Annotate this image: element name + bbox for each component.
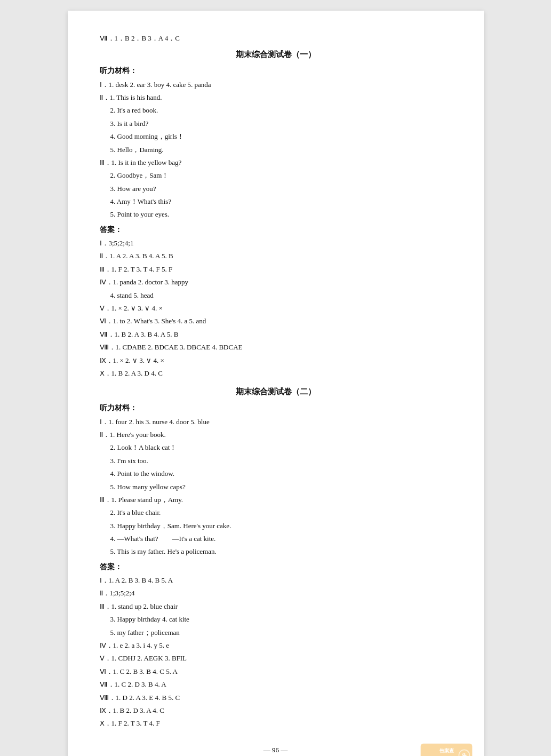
s1-l8: 2. Goodbye，Sam！: [100, 169, 452, 181]
title1: 期末综合测试卷（一）: [100, 47, 452, 62]
a1-5: 4. stand 5. head: [100, 289, 452, 301]
a2-10: Ⅷ．1. D 2. A 3. E 4. B 5. C: [100, 691, 452, 704]
a1-3: Ⅲ．1. F 2. T 3. T 4. F 5. F: [100, 263, 452, 275]
a2-7: Ⅴ．1. CDHJ 2. AEGK 3. BFIL: [100, 652, 452, 664]
a1-2: Ⅱ．1. A 2. A 3. B 4. A 5. B: [100, 250, 452, 262]
s2-l5: 4. Point to the window.: [100, 467, 452, 480]
a2-12: Ⅹ．1. F 2. T 3. T 4. F: [100, 717, 452, 729]
answer-label1: 答案：: [100, 223, 452, 236]
s1-l2: Ⅱ．1. This is his hand.: [100, 91, 452, 104]
a2-4: 3. Happy birthday 4. cat kite: [100, 613, 452, 625]
a2-11: Ⅸ．1. B 2. D 3. A 4. C: [100, 704, 452, 717]
s2-l6: 5. How many yellow caps?: [100, 481, 452, 493]
s1-l6: 5. Hello，Daming.: [100, 144, 452, 156]
title2: 期末综合测试卷（二）: [100, 385, 452, 399]
svg-text:告案查: 告案查: [439, 747, 453, 753]
s1-l11: 5. Point to your eyes.: [100, 208, 452, 220]
s2-l11: 5. This is my father. He's a policeman.: [100, 545, 452, 558]
a2-8: Ⅵ．1. C 2. B 3. B 4. C 5. A: [100, 665, 452, 678]
a1-4: Ⅳ．1. panda 2. doctor 3. happy: [100, 276, 452, 288]
s1-l9: 3. How are you?: [100, 182, 452, 195]
a2-2: Ⅱ．1;3;5;2;4: [100, 587, 452, 599]
listening-label2: 听力材料：: [100, 401, 452, 415]
s1-l1: Ⅰ．1. desk 2. ear 3. boy 4. cake 5. panda: [100, 78, 452, 91]
answer-label2: 答案：: [100, 560, 452, 574]
a2-3: Ⅲ．1. stand up 2. blue chair: [100, 600, 452, 612]
page: Ⅶ．1．B 2．B 3．A 4．C 期末综合测试卷（一） 听力材料： Ⅰ．1. …: [68, 11, 484, 756]
s2-l3: 2. Look！A black cat！: [100, 441, 452, 453]
s2-l9: 3. Happy birthday，Sam. Here's your cake.: [100, 520, 452, 532]
a1-8: Ⅶ．1. B 2. A 3. B 4. A 5. B: [100, 328, 452, 340]
s1-l7: Ⅲ．1. Is it in the yellow bag?: [100, 156, 452, 169]
content-area: Ⅶ．1．B 2．B 3．A 4．C 期末综合测试卷（一） 听力材料： Ⅰ．1. …: [100, 32, 452, 730]
s2-l1: Ⅰ．1. four 2. his 3. nurse 4. door 5. blu…: [100, 416, 452, 428]
a2-5: 5. my father；policeman: [100, 626, 452, 639]
watermark: 告案查 MXQE.COM 告: [420, 742, 473, 756]
a2-6: Ⅳ．1. e 2. a 3. i 4. y 5. e: [100, 639, 452, 651]
a1-9: Ⅷ．1. CDABE 2. BDCAE 3. DBCAE 4. BDCAE: [100, 341, 452, 353]
s1-l10: 4. Amy！What's this?: [100, 195, 452, 208]
a1-10: Ⅸ．1. × 2. ∨ 3. ∨ 4. ×: [100, 354, 452, 367]
a1-7: Ⅵ．1. to 2. What's 3. She's 4. a 5. and: [100, 315, 452, 327]
svg-text:告: 告: [461, 752, 467, 756]
listening-label1: 听力材料：: [100, 64, 452, 77]
a2-1: Ⅰ．1. A 2. B 3. B 4. B 5. A: [100, 574, 452, 586]
page-number: — 96 —: [100, 746, 452, 754]
s1-l4: 3. Is it a bird?: [100, 117, 452, 130]
a1-6: Ⅴ．1. × 2. ∨ 3. ∨ 4. ×: [100, 302, 452, 314]
top-answer-line: Ⅶ．1．B 2．B 3．A 4．C: [100, 32, 452, 44]
s1-l5: 4. Good morning，girls！: [100, 130, 452, 142]
s1-l3: 2. It's a red book.: [100, 104, 452, 116]
s2-l7: Ⅲ．1. Please stand up，Amy.: [100, 494, 452, 506]
a1-1: Ⅰ．3;5;2;4;1: [100, 237, 452, 249]
a2-9: Ⅶ．1. C 2. D 3. B 4. A: [100, 678, 452, 690]
s2-l2: Ⅱ．1. Here's your book.: [100, 428, 452, 441]
a1-11: Ⅹ．1. B 2. A 3. D 4. C: [100, 367, 452, 379]
s2-l4: 3. I'm six too.: [100, 455, 452, 467]
s2-l8: 2. It's a blue chair.: [100, 506, 452, 519]
s2-l10: 4. —What's that? —It's a cat kite.: [100, 532, 452, 545]
